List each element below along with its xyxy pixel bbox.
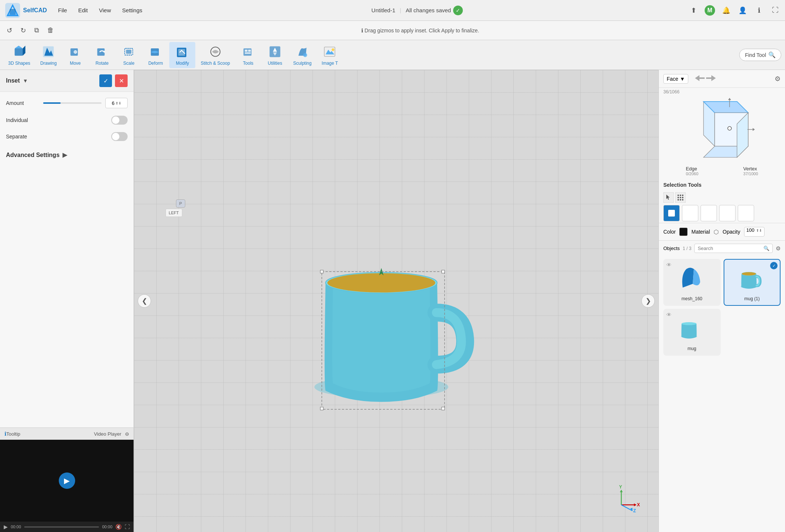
share-icon[interactable]: ⬆ [688, 5, 699, 16]
rp-settings-icon[interactable]: ⚙ [775, 75, 781, 83]
tool-rotate[interactable]: Rotate [89, 42, 115, 68]
toolbar-hint: ℹ Drag gizmos to apply inset. Click Appl… [59, 28, 781, 33]
copy-button[interactable]: ⧉ [31, 25, 42, 36]
tool-sculpting[interactable]: Sculpting [289, 42, 316, 68]
video-label: Tooltip [6, 431, 20, 437]
tool-move[interactable]: ⊕ Move [62, 42, 88, 68]
3d-shapes-icon [12, 44, 27, 59]
play-button[interactable]: ▶ [59, 472, 75, 489]
objects-settings-icon[interactable]: ⚙ [776, 245, 781, 252]
svg-point-77 [745, 212, 747, 214]
svg-line-43 [621, 505, 632, 511]
tool-scale[interactable]: Scale [116, 42, 142, 68]
video-fullscreen-icon[interactable]: ⛶ [125, 524, 130, 530]
svg-text:X: X [637, 502, 640, 507]
sel-wireframe-icon[interactable] [682, 205, 698, 221]
viewport-nav-right[interactable]: ❯ [641, 294, 655, 308]
svg-rect-10 [97, 48, 105, 56]
menu-view[interactable]: View [95, 5, 115, 16]
video-minimize-icon[interactable]: ⊖ [125, 431, 129, 437]
tool-3d-shapes-label: 3D Shapes [8, 61, 30, 66]
tool-tools[interactable]: Tools [235, 42, 261, 68]
svg-marker-5 [15, 45, 23, 48]
menu-settings[interactable]: Settings [118, 5, 146, 16]
obj-label-mesh160: mesh_160 [682, 296, 702, 301]
inset-apply-button[interactable]: ✓ [99, 74, 112, 87]
object-card-mug[interactable]: 👁 mug [663, 309, 721, 356]
video-volume-icon[interactable]: 🔇 [115, 524, 122, 530]
find-tool-button[interactable]: Find Tool 🔍 [739, 49, 781, 61]
tool-utilities-label: Utilities [268, 61, 282, 66]
obj-hide-icon-mug[interactable]: 👁 [666, 312, 672, 318]
svg-point-59 [677, 195, 679, 196]
svg-marker-55 [753, 128, 755, 131]
tool-stitch-scoop[interactable]: Stitch & Scoop [196, 42, 234, 68]
find-tool-search-icon: 🔍 [768, 51, 776, 58]
object-card-mug1[interactable]: ✓ mug (1) [724, 259, 781, 306]
user-icon[interactable]: 👤 [737, 5, 748, 16]
tool-deform-label: Deform [148, 61, 163, 66]
objects-search[interactable]: 🔍 [694, 244, 773, 253]
save-check-icon: ✓ [453, 6, 463, 15]
app-name: SelfCAD [23, 7, 47, 14]
svg-point-60 [680, 195, 681, 196]
inset-cancel-button[interactable]: ✕ [115, 74, 128, 87]
amount-input[interactable]: 6 ⬆⬇ [105, 98, 128, 108]
material-icon[interactable]: ⬡ [714, 228, 719, 235]
video-player-label: Video Player [94, 431, 121, 437]
menu-edit[interactable]: Edit [74, 5, 92, 16]
sel-solid-icon[interactable] [663, 205, 680, 221]
undo-button[interactable]: ↺ [4, 25, 15, 36]
vertex-label: Vertex [743, 166, 758, 172]
move-icon: ⊕ [68, 44, 83, 59]
viewport[interactable]: ❮ ❯ LEFT P [134, 70, 659, 532]
svg-point-25 [303, 53, 307, 57]
obj-thumbnail-mug1 [737, 263, 767, 293]
color-swatch[interactable] [679, 228, 688, 236]
object-card-mesh160[interactable]: 👁 mesh_160 [663, 259, 721, 306]
individual-label: Individual [6, 117, 39, 123]
inset-dropdown-arrow[interactable]: ▼ [23, 78, 28, 84]
amount-slider[interactable] [43, 102, 102, 104]
tool-utilities[interactable]: Utilities [262, 42, 288, 68]
sel-vertex-icon[interactable] [738, 205, 754, 221]
fullscreen-icon[interactable]: ⛶ [770, 5, 781, 16]
video-player[interactable]: ▶ [0, 440, 134, 522]
edge-info: Edge 0/2060 [686, 166, 698, 176]
menu-file[interactable]: File [54, 5, 71, 16]
tool-3d-shapes[interactable]: 3D Shapes [4, 42, 35, 68]
viewport-nav-left[interactable]: ❮ [138, 294, 151, 308]
video-progress-bar[interactable] [24, 526, 99, 528]
delete-button[interactable]: 🗑 [44, 25, 57, 36]
tool-stitch-scoop-label: Stitch & Scoop [201, 61, 230, 66]
sel-face-icon[interactable] [701, 205, 717, 221]
notification-icon[interactable]: 🔔 [721, 5, 731, 16]
pointer-select-icon [663, 192, 674, 203]
face-dropdown[interactable]: Face ▼ [663, 74, 688, 84]
obj-hide-icon-mesh160[interactable]: 👁 [666, 262, 672, 268]
svg-rect-18 [243, 48, 251, 56]
opacity-input[interactable]: 100 ⬆⬇ [744, 227, 765, 237]
advanced-settings[interactable]: Advanced Settings ▶ [0, 147, 134, 163]
tool-drawing[interactable]: Drawing [35, 42, 61, 68]
tool-modify[interactable]: Modify [169, 42, 195, 68]
obj-thumbnail-mug [677, 313, 707, 343]
redo-button[interactable]: ↻ [17, 25, 29, 36]
left-settings: Amount 6 ⬆⬇ Individual Separate [0, 92, 134, 147]
sculpting-icon [295, 44, 310, 59]
m-icon[interactable]: M [705, 5, 715, 16]
separate-toggle[interactable] [111, 132, 128, 141]
sel-edge-icon[interactable] [719, 205, 736, 221]
video-time-end: 00:00 [102, 525, 112, 529]
main-area: Inset ▼ ✓ ✕ Amount 6 ⬆⬇ Individual [0, 70, 785, 532]
tool-image-t[interactable]: Image T [317, 42, 343, 68]
material-label: Material [691, 229, 710, 235]
objects-grid: 👁 mesh_160 ✓ mug ( [659, 256, 785, 359]
objects-count: 1 / 3 [683, 246, 691, 251]
tool-deform[interactable]: Deform [142, 42, 169, 68]
individual-toggle[interactable] [111, 116, 128, 125]
search-input[interactable] [698, 246, 761, 251]
info-icon[interactable]: ℹ [754, 5, 764, 16]
video-play-icon[interactable]: ▶ [4, 524, 8, 530]
svg-rect-21 [245, 52, 251, 54]
